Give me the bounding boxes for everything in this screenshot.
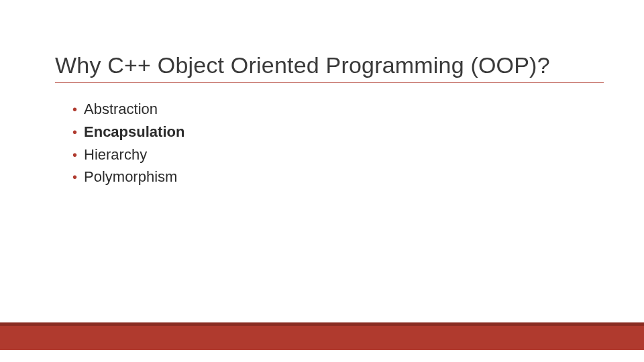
bullet-item: • Polymorphism <box>72 167 184 188</box>
bullet-dot-icon: • <box>72 99 77 119</box>
bullet-list: • Abstraction • Encapsulation • Hierarch… <box>72 99 184 190</box>
bullet-item: • Hierarchy <box>72 145 184 166</box>
bullet-text: Abstraction <box>84 99 158 120</box>
bullet-dot-icon: • <box>72 167 77 187</box>
bullet-dot-icon: • <box>72 122 77 142</box>
bullet-dot-icon: • <box>72 145 77 165</box>
slide: Why C++ Object Oriented Programming (OOP… <box>0 0 644 362</box>
slide-title: Why C++ Object Oriented Programming (OOP… <box>55 52 604 83</box>
footer-band <box>0 326 644 350</box>
bullet-text: Polymorphism <box>84 167 177 188</box>
bullet-text: Encapsulation <box>84 122 184 143</box>
bullet-text: Hierarchy <box>84 145 147 166</box>
bullet-item: • Encapsulation <box>72 122 184 143</box>
bullet-item: • Abstraction <box>72 99 184 120</box>
